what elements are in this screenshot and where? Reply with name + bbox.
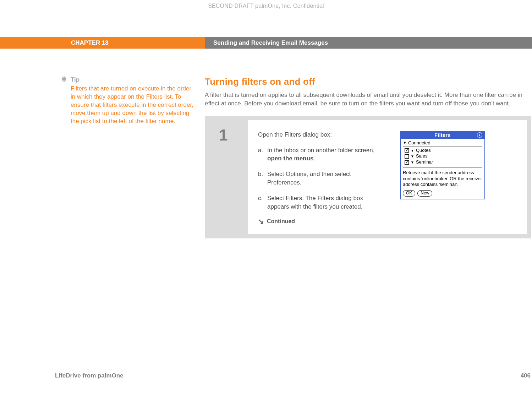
continued-label: Continued <box>267 218 295 225</box>
step-letter-a: a. <box>258 146 267 163</box>
section-paragraph: A filter that is turned on applies to al… <box>205 91 532 108</box>
step-item-b: b. Select Options, and then select Prefe… <box>258 170 386 187</box>
checkbox-seminar[interactable]: ✓ <box>405 160 409 165</box>
step-item-a: a. In the Inbox or on another folder scr… <box>258 146 386 163</box>
filter-description: Retrieve mail if the sender address cont… <box>403 170 482 187</box>
tip-body: Tip Filters that are turned on execute i… <box>71 76 197 238</box>
step-a-pre: In the Inbox or on another folder screen… <box>267 147 374 154</box>
tip-text: Filters that are turned on execute in th… <box>71 85 197 126</box>
tip-star-icon: ✱ <box>61 76 67 238</box>
step-body-a: In the Inbox or on another folder screen… <box>267 146 386 163</box>
main-content: Turning filters on and off A filter that… <box>205 76 532 238</box>
info-icon[interactable]: i <box>477 132 482 138</box>
filter-row-sales[interactable]: ▼ Sales <box>405 153 481 159</box>
connected-dropdown[interactable]: ▼ Connected <box>403 140 482 145</box>
chevron-down-icon[interactable]: ▼ <box>411 154 414 159</box>
footer-rule <box>55 369 532 369</box>
filter-list: ✓ ▼ Quotes ▼ Sales ✓ <box>403 146 482 168</box>
checkbox-sales[interactable] <box>405 154 409 159</box>
checkbox-quotes[interactable]: ✓ <box>405 148 409 153</box>
continued-arrow-icon: ↘ <box>258 218 264 225</box>
page-footer: LifeDrive from palmOne 406 <box>55 369 532 379</box>
step-intro: Open the Filters dialog box: <box>258 131 386 138</box>
filter-row-seminar[interactable]: ✓ ▼ Seminar <box>405 159 481 165</box>
filter-name-sales: Sales <box>416 153 428 159</box>
footer-page-number: 406 <box>521 372 531 379</box>
chapter-title-box: Sending and Receiving Email Messages <box>205 37 532 49</box>
confidential-header: SECOND DRAFT palmOne, Inc. Confidential <box>0 3 532 9</box>
tip-heading: Tip <box>71 76 197 83</box>
footer-product: LifeDrive from palmOne <box>55 372 124 379</box>
connected-label: Connected <box>408 140 430 145</box>
step-item-c: c. Select Filters. The Filters dialog bo… <box>258 194 386 211</box>
step-body-b: Select Options, and then select Preferen… <box>267 170 386 187</box>
chevron-down-icon[interactable]: ▼ <box>411 148 414 153</box>
new-button[interactable]: New <box>417 190 432 197</box>
palm-titlebar: Filters i <box>401 132 484 139</box>
chevron-down-icon: ▼ <box>403 140 407 145</box>
step-number: 1 <box>219 126 248 144</box>
filter-name-quotes: Quotes <box>416 148 431 154</box>
step-box: 1 Open the Filters dialog box: a. In the… <box>205 116 531 239</box>
chapter-title: Sending and Receiving Email Messages <box>213 39 328 46</box>
open-menus-link[interactable]: open the menus <box>267 155 313 162</box>
chapter-label: CHAPTER 18 <box>71 39 109 46</box>
continued-indicator: ↘ Continued <box>258 218 386 225</box>
step-body-c: Select Filters. The Filters dialog box a… <box>267 194 386 211</box>
step-white-panel: Open the Filters dialog box: a. In the I… <box>248 120 527 235</box>
section-heading: Turning filters on and off <box>205 76 532 87</box>
step-letter-b: b. <box>258 170 267 187</box>
filter-row-quotes[interactable]: ✓ ▼ Quotes <box>405 148 481 154</box>
step-number-cell: 1 <box>209 120 248 235</box>
chapter-header-band: CHAPTER 18 Sending and Receiving Email M… <box>0 37 532 49</box>
palm-button-row: OK New <box>403 190 482 197</box>
step-a-post: . <box>313 155 315 162</box>
step-text-column: Open the Filters dialog box: a. In the I… <box>258 131 386 225</box>
step-letter-c: c. <box>258 194 267 211</box>
tip-sidebar: ✱ Tip Filters that are turned on execute… <box>0 76 205 238</box>
filters-dialog-screenshot: Filters i ▼ Connected ✓ ▼ <box>400 131 485 199</box>
step-inner: 1 Open the Filters dialog box: a. In the… <box>209 120 527 235</box>
palm-body: ▼ Connected ✓ ▼ Quotes <box>401 139 484 199</box>
palm-title: Filters <box>434 132 451 138</box>
chapter-label-box: CHAPTER 18 <box>0 37 205 49</box>
ok-button[interactable]: OK <box>403 190 415 197</box>
chevron-down-icon[interactable]: ▼ <box>411 160 414 165</box>
footer-row: LifeDrive from palmOne 406 <box>55 372 532 379</box>
filter-name-seminar: Seminar <box>416 159 433 165</box>
content-row: ✱ Tip Filters that are turned on execute… <box>0 76 532 238</box>
